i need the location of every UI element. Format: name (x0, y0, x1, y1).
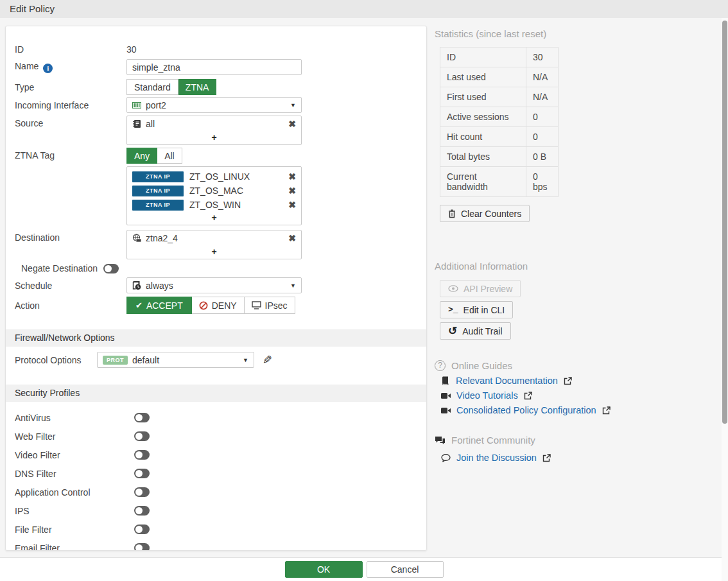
type-ztna-button[interactable]: ZTNA (178, 79, 217, 95)
type-standard-button[interactable]: Standard (126, 79, 178, 95)
profile-row-dns-filter: DNS Filter (15, 464, 417, 483)
relevant-documentation-link[interactable]: Relevant Documentation (456, 376, 558, 386)
schedule-icon (132, 281, 141, 290)
video-tutorials-link[interactable]: Video Tutorials (456, 390, 518, 401)
name-input[interactable] (126, 59, 302, 75)
table-row: Hit count0 (440, 127, 559, 147)
community-link-row: Join the Discussion (441, 453, 717, 463)
field-ztna-tags: ZTNA IP ZT_OS_LINUX ✖ ZTNA IP ZT_OS_MAC … (15, 166, 417, 225)
protocol-options-select[interactable]: PROT default ▼ (97, 352, 254, 368)
ztna-match-all-button[interactable]: All (157, 148, 182, 164)
action-segmented: ✔ ACCEPT DENY IPsec (126, 297, 295, 314)
action-deny-button[interactable]: DENY (192, 297, 245, 314)
type-segmented: Standard ZTNA (126, 79, 216, 95)
action-ipsec-button[interactable]: IPsec (245, 297, 295, 314)
ztna-tag-item: ZTNA IP ZT_OS_WIN ✖ (127, 198, 301, 212)
name-label: Name (15, 61, 39, 71)
section-security-profiles: Security Profiles (6, 385, 426, 402)
eye-icon (448, 285, 458, 292)
ips-toggle[interactable] (134, 506, 150, 516)
protocol-options-value: default (132, 355, 238, 365)
ztna-tag-name: ZT_OS_LINUX (188, 171, 284, 182)
source-item: all ✖ (127, 116, 301, 132)
field-incoming-interface: Incoming Interface port2 ▼ (15, 97, 417, 113)
consolidated-policy-configuration-link[interactable]: Consolidated Policy Configuration (456, 405, 596, 415)
field-action: Action ✔ ACCEPT DENY IPsec (15, 297, 417, 314)
profile-row-email-filter: Email Filter (15, 539, 417, 551)
monitor-icon (252, 301, 261, 309)
dns-filter-toggle[interactable] (134, 469, 150, 478)
field-protocol-options: Protocol Options PROT default ▼ ✎ (15, 352, 417, 368)
scrollbar-thumb[interactable] (722, 21, 727, 424)
file-filter-toggle[interactable] (134, 525, 150, 534)
api-preview-button[interactable]: API Preview (440, 280, 521, 297)
external-link-icon (542, 454, 551, 462)
add-source-button[interactable]: + (127, 132, 301, 144)
online-guides-section: ? Online Guides (435, 360, 717, 371)
remove-ztna-tag-button[interactable]: ✖ (288, 172, 296, 181)
ok-button[interactable]: OK (285, 561, 363, 578)
guide-link-row: Video Tutorials (441, 390, 717, 401)
check-icon: ✔ (135, 300, 143, 310)
source-item-name: all (146, 119, 284, 129)
edit-pencil-icon[interactable]: ✎ (263, 353, 272, 367)
remove-ztna-tag-button[interactable]: ✖ (288, 186, 296, 195)
table-row: Active sessions0 (440, 107, 559, 127)
table-row: First usedN/A (440, 87, 559, 107)
statistics-table: ID30 Last usedN/A First usedN/A Active s… (440, 47, 559, 197)
profile-row-ips: IPS (15, 501, 417, 520)
guide-link-row: Consolidated Policy Configuration (441, 405, 717, 415)
ztna-match-any-button[interactable]: Any (126, 148, 157, 164)
antivirus-toggle[interactable] (134, 413, 150, 422)
email-filter-toggle[interactable] (134, 543, 150, 551)
profile-row-antivirus: AntiVirus (15, 408, 417, 427)
schedule-select[interactable]: always ▼ (126, 277, 302, 293)
right-panel: Statistics (since last reset) ID30 Last … (435, 28, 717, 463)
ztna-ip-badge: ZTNA IP (132, 200, 184, 211)
profile-row-application-control: Application Control (15, 483, 417, 501)
destination-item-name: ztna2_4 (146, 233, 284, 243)
video-icon (441, 407, 451, 414)
destination-item: ztna2_4 ✖ (127, 230, 301, 246)
negate-destination-toggle[interactable] (103, 264, 119, 273)
deny-icon (199, 301, 208, 310)
join-the-discussion-link[interactable]: Join the Discussion (456, 453, 537, 463)
field-source: Source all ✖ + (15, 116, 417, 145)
web-filter-toggle[interactable] (134, 431, 150, 441)
remove-destination-button[interactable]: ✖ (288, 234, 296, 243)
incoming-interface-label: Incoming Interface (15, 100, 126, 110)
field-type: Type Standard ZTNA (15, 79, 417, 95)
ztna-match-segmented: Any All (126, 148, 182, 164)
incoming-interface-select[interactable]: port2 ▼ (126, 97, 302, 113)
video-filter-toggle[interactable] (134, 450, 150, 460)
chat-bubbles-icon (435, 436, 446, 445)
ztna-ip-badge: ZTNA IP (132, 186, 184, 196)
page-title: Edit Policy (10, 3, 55, 14)
chevron-down-icon: ▼ (243, 357, 248, 363)
schedule-label: Schedule (15, 281, 126, 291)
scrollbar-track (722, 18, 728, 581)
speech-bubble-icon (441, 454, 451, 462)
schedule-value: always (146, 281, 286, 291)
application-control-toggle[interactable] (134, 487, 150, 497)
edit-in-cli-button[interactable]: >_ Edit in CLI (440, 301, 513, 318)
video-icon (441, 392, 451, 399)
vip-globe-icon (132, 234, 141, 243)
fortinet-community-section: Fortinet Community (435, 435, 717, 446)
remove-source-button[interactable]: ✖ (288, 119, 296, 128)
remove-ztna-tag-button[interactable]: ✖ (288, 200, 296, 209)
chevron-down-icon: ▼ (290, 102, 296, 108)
ztna-tag-item: ZTNA IP ZT_OS_LINUX ✖ (127, 169, 301, 184)
table-row: ID30 (440, 48, 559, 67)
action-accept-button[interactable]: ✔ ACCEPT (126, 297, 192, 314)
interface-icon (132, 101, 141, 110)
clear-counters-button[interactable]: Clear Counters (440, 205, 530, 222)
add-destination-button[interactable]: + (127, 246, 301, 259)
external-link-icon (524, 392, 532, 400)
terminal-icon: >_ (448, 305, 458, 315)
audit-trail-button[interactable]: ↺ Audit Trail (440, 322, 511, 340)
add-ztna-tag-button[interactable]: + (127, 212, 301, 225)
incoming-interface-value: port2 (146, 100, 286, 110)
info-icon: i (43, 64, 53, 73)
cancel-button[interactable]: Cancel (367, 561, 444, 578)
